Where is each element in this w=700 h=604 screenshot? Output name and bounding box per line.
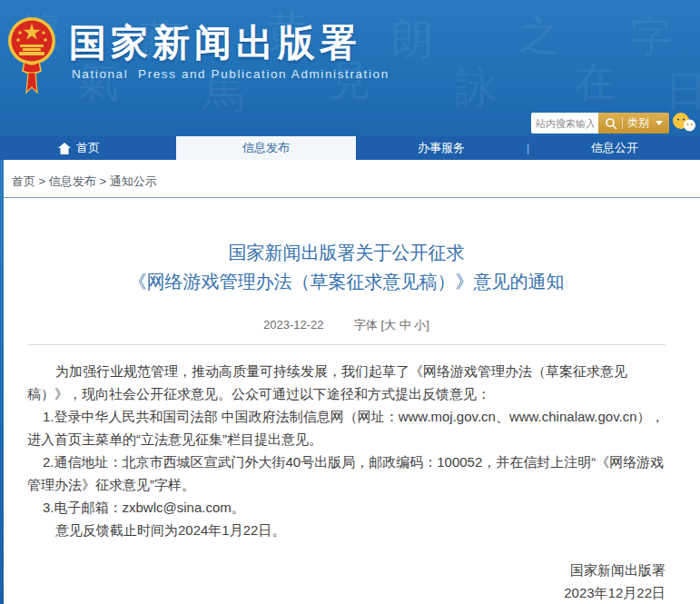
signature-org: 国家新闻出版署 — [27, 559, 665, 581]
nav-item-label: 信息发布 — [242, 140, 290, 156]
article-body: 为加强行业规范管理，推动高质量可持续发展，我们起草了《网络游戏管理办法（草案征求… — [27, 360, 665, 541]
signature-date: 2023年12月22日 — [27, 581, 665, 604]
article-meta: 2023-12-22 字体 [大 中 小] — [27, 317, 665, 333]
site-subtitle: National Press and Publication Administr… — [72, 67, 389, 81]
font-size-label: 字体 — [354, 318, 378, 332]
decor-char: 詠 — [455, 60, 497, 116]
chevron-down-icon[interactable] — [656, 121, 663, 125]
meta-divider — [27, 344, 665, 345]
breadcrumb-item: 通知公示 — [110, 174, 157, 188]
signature-block: 国家新闻出版署 2023年12月22日 — [27, 559, 665, 604]
main-nav: 首页 信息发布 办事服务 | 信息公开 — [0, 136, 700, 160]
publish-date: 2023-12-22 — [263, 318, 324, 332]
search-icon[interactable] — [605, 117, 617, 130]
article: 国家新闻出版署关于公开征求 《网络游戏管理办法（草案征求意见稿）》意见的通知 2… — [0, 238, 700, 604]
page-content: 首页 > 信息发布 > 通知公示 国家新闻出版署关于公开征求 《网络游戏管理办法… — [0, 160, 700, 604]
home-icon — [58, 143, 71, 154]
decor-char: 字 — [630, 9, 672, 65]
site-search: 类别 — [531, 113, 669, 134]
nav-item-services[interactable]: 办事服务 — [418, 140, 465, 156]
article-paragraph: 意见反馈截止时间为2024年1月22日。 — [27, 519, 665, 541]
search-input[interactable] — [531, 113, 598, 134]
search-divider — [622, 117, 623, 129]
wechat-icon[interactable] — [672, 113, 696, 133]
nav-item-info-disclosure[interactable]: 信息公开 — [591, 140, 638, 156]
site-title: 国家新闻出版署 — [69, 18, 361, 68]
article-paragraph: 为加强行业规范管理，推动高质量可持续发展，我们起草了《网络游戏管理办法（草案征求… — [27, 360, 665, 405]
article-paragraph: 3.电子邮箱：zxbwlc@sina.com。 — [27, 496, 665, 519]
site-banner: 懷氣藏馬黄見朗詠之在字日 国家新闻出版署 National Press and … — [0, 0, 700, 136]
article-paragraph: 1.登录中华人民共和国司法部 中国政府法制信息网（网址：www.moj.gov.… — [27, 405, 665, 451]
nav-item-label: 首页 — [76, 140, 100, 156]
breadcrumb-item[interactable]: 首页 — [12, 174, 35, 188]
page-title: 国家新闻出版署关于公开征求 《网络游戏管理办法（草案征求意见稿）》意见的通知 — [27, 238, 665, 296]
category-dropdown[interactable]: 类别 — [627, 115, 649, 131]
decor-char: 在 — [574, 54, 616, 111]
nav-item-home[interactable]: 首页 — [58, 136, 176, 160]
nav-tab-info-release[interactable]: 信息发布 — [176, 136, 356, 160]
breadcrumb-item[interactable]: 信息发布 — [49, 174, 96, 188]
nav-separator: | — [527, 142, 529, 154]
decor-char: 日 — [665, 64, 700, 120]
national-emblem-logo — [8, 15, 55, 96]
title-line-1: 国家新闻出版署关于公开征求 — [27, 238, 665, 267]
decor-char: 朗 — [392, 11, 434, 67]
breadcrumb: 首页 > 信息发布 > 通知公示 — [0, 160, 700, 198]
title-line-2: 《网络游戏管理办法（草案征求意见稿）》意见的通知 — [27, 267, 665, 296]
decor-char: 之 — [518, 7, 560, 64]
font-size-options[interactable]: [大 中 小] — [380, 318, 429, 332]
article-paragraph: 2.通信地址：北京市西城区宣武门外大街40号出版局，邮政编码：100052，并在… — [27, 451, 665, 496]
